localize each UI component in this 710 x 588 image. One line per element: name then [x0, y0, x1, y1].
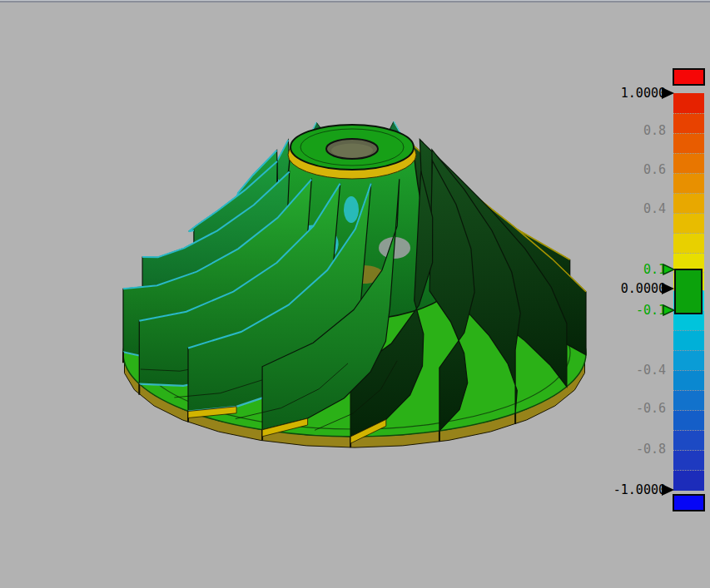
- scale-label-tol-pos: 0.1: [539, 263, 666, 276]
- cad-viewport[interactable]: 1.0000 0.8 0.6 0.4 0.1 0.0000 -0.1 -0.4 …: [0, 0, 710, 588]
- scale-bar-segment: [673, 233, 704, 253]
- scale-bar-segment: [673, 133, 704, 153]
- scale-label-neg-0-4: -0.4: [539, 363, 666, 377]
- scale-min-color-box[interactable]: [673, 494, 705, 511]
- scale-marker-zero-icon[interactable]: [662, 283, 674, 294]
- tolerance-marker-neg-icon[interactable]: [663, 304, 675, 316]
- scale-bar-segment: [673, 410, 704, 430]
- scale-bar-segment: [673, 370, 704, 390]
- scale-label-max: 1.0000: [539, 86, 666, 100]
- scale-bar-segment: [673, 153, 704, 173]
- scale-bar-segment: [673, 350, 704, 370]
- scale-bar-segment: [673, 113, 704, 133]
- tolerance-color-box[interactable]: [674, 269, 703, 314]
- scale-bar-segment: [673, 193, 704, 213]
- scale-label-zero: 0.0000: [539, 282, 666, 295]
- scale-bar-segment: [673, 93, 704, 113]
- scale-marker-max-icon[interactable]: [662, 87, 674, 99]
- tolerance-marker-pos-icon[interactable]: [663, 264, 675, 275]
- scale-label-0-4: 0.4: [539, 202, 666, 215]
- scale-max-color-box[interactable]: [673, 68, 705, 86]
- scale-bar-segment: [673, 213, 704, 233]
- scale-label-0-6: 0.6: [539, 163, 666, 176]
- scale-label-min: -1.0000: [539, 483, 666, 497]
- scale-bar-segment: [673, 430, 704, 450]
- scale-bar-segment: [673, 470, 704, 491]
- scale-marker-min-icon[interactable]: [662, 484, 674, 496]
- scale-bar-segment: [673, 173, 704, 193]
- scale-label-neg-0-6: -0.6: [539, 402, 666, 415]
- scale-label-tol-neg: -0.1: [539, 304, 666, 317]
- scale-label-neg-0-8: -0.8: [539, 442, 666, 456]
- scale-bar-segment: [673, 390, 704, 410]
- scale-bar-segment: [673, 330, 704, 350]
- scale-label-0-8: 0.8: [539, 124, 666, 137]
- scale-bar-segment: [673, 450, 704, 470]
